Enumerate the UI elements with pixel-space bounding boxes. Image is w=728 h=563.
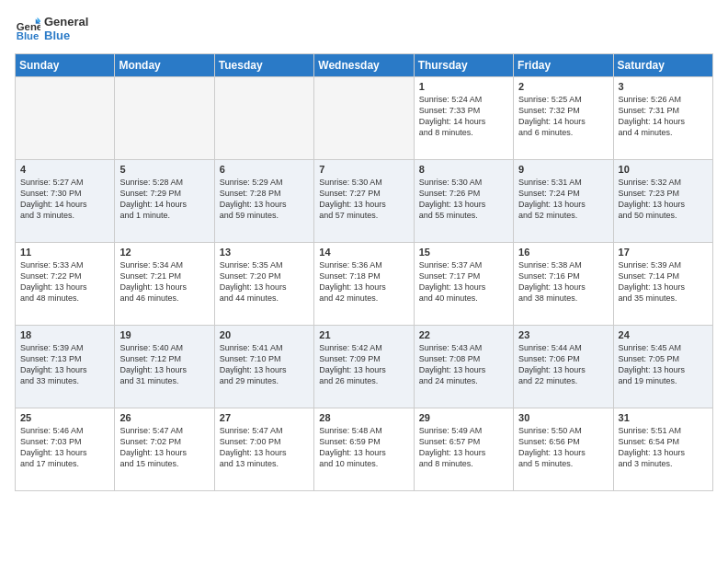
day-info: Sunrise: 5:44 AM Sunset: 7:06 PM Dayligh… (518, 342, 608, 387)
day-cell: 20Sunrise: 5:41 AM Sunset: 7:10 PM Dayli… (214, 326, 313, 408)
day-number: 24 (619, 329, 708, 340)
day-info: Sunrise: 5:39 AM Sunset: 7:14 PM Dayligh… (619, 259, 708, 304)
day-cell: 18Sunrise: 5:39 AM Sunset: 7:13 PM Dayli… (16, 326, 115, 408)
day-cell: 6Sunrise: 5:29 AM Sunset: 7:28 PM Daylig… (214, 160, 313, 243)
weekday-header-sunday: Sunday (16, 54, 115, 77)
day-number: 3 (619, 81, 708, 92)
day-number: 21 (319, 329, 408, 340)
day-number: 14 (319, 247, 408, 258)
day-cell: 10Sunrise: 5:32 AM Sunset: 7:23 PM Dayli… (613, 160, 712, 243)
day-number: 2 (518, 81, 608, 92)
day-number: 20 (220, 329, 309, 340)
day-info: Sunrise: 5:29 AM Sunset: 7:28 PM Dayligh… (220, 177, 309, 222)
calendar-table: SundayMondayTuesdayWednesdayThursdayFrid… (15, 53, 713, 491)
weekday-header-monday: Monday (115, 54, 214, 77)
day-number: 5 (119, 164, 209, 175)
day-info: Sunrise: 5:43 AM Sunset: 7:08 PM Dayligh… (419, 342, 508, 387)
day-info: Sunrise: 5:48 AM Sunset: 6:59 PM Dayligh… (319, 425, 408, 470)
day-info: Sunrise: 5:51 AM Sunset: 6:54 PM Dayligh… (619, 425, 708, 470)
day-info: Sunrise: 5:38 AM Sunset: 7:16 PM Dayligh… (518, 259, 608, 304)
day-cell: 15Sunrise: 5:37 AM Sunset: 7:17 PM Dayli… (414, 243, 513, 326)
day-cell: 30Sunrise: 5:50 AM Sunset: 6:56 PM Dayli… (514, 408, 613, 491)
week-row-5: 25Sunrise: 5:46 AM Sunset: 7:03 PM Dayli… (16, 408, 713, 491)
weekday-header-tuesday: Tuesday (214, 54, 313, 77)
day-cell: 13Sunrise: 5:35 AM Sunset: 7:20 PM Dayli… (214, 243, 313, 326)
day-cell: 29Sunrise: 5:49 AM Sunset: 6:57 PM Dayli… (414, 408, 513, 491)
day-info: Sunrise: 5:24 AM Sunset: 7:33 PM Dayligh… (419, 94, 508, 139)
day-number: 17 (619, 247, 708, 258)
day-number: 29 (419, 412, 508, 423)
weekday-header-thursday: Thursday (414, 54, 513, 77)
day-cell (16, 77, 115, 160)
day-cell: 11Sunrise: 5:33 AM Sunset: 7:22 PM Dayli… (16, 243, 115, 326)
day-number: 1 (419, 81, 508, 92)
day-cell (314, 77, 414, 160)
day-cell: 1Sunrise: 5:24 AM Sunset: 7:33 PM Daylig… (414, 77, 513, 160)
header-row: SundayMondayTuesdayWednesdayThursdayFrid… (16, 54, 713, 77)
day-info: Sunrise: 5:42 AM Sunset: 7:09 PM Dayligh… (319, 342, 408, 387)
day-number: 13 (220, 247, 309, 258)
day-info: Sunrise: 5:34 AM Sunset: 7:21 PM Dayligh… (119, 259, 209, 304)
day-number: 9 (518, 164, 608, 175)
day-number: 30 (518, 412, 608, 423)
day-cell: 25Sunrise: 5:46 AM Sunset: 7:03 PM Dayli… (16, 408, 115, 491)
day-info: Sunrise: 5:27 AM Sunset: 7:30 PM Dayligh… (20, 177, 109, 222)
day-number: 22 (419, 329, 508, 340)
day-number: 15 (419, 247, 508, 258)
day-cell: 7Sunrise: 5:30 AM Sunset: 7:27 PM Daylig… (314, 160, 414, 243)
day-number: 19 (119, 329, 209, 340)
day-info: Sunrise: 5:37 AM Sunset: 7:17 PM Dayligh… (419, 259, 508, 304)
logo-blue: Blue (44, 29, 88, 42)
svg-marker-3 (38, 17, 41, 22)
week-row-4: 18Sunrise: 5:39 AM Sunset: 7:13 PM Dayli… (16, 326, 713, 408)
day-number: 4 (20, 164, 109, 175)
day-info: Sunrise: 5:32 AM Sunset: 7:23 PM Dayligh… (619, 177, 708, 222)
day-number: 11 (20, 247, 109, 258)
day-cell (115, 77, 214, 160)
week-row-2: 4Sunrise: 5:27 AM Sunset: 7:30 PM Daylig… (16, 160, 713, 243)
day-number: 7 (319, 164, 408, 175)
day-info: Sunrise: 5:33 AM Sunset: 7:22 PM Dayligh… (20, 259, 109, 304)
day-number: 16 (518, 247, 608, 258)
day-cell: 27Sunrise: 5:47 AM Sunset: 7:00 PM Dayli… (214, 408, 313, 491)
day-cell: 19Sunrise: 5:40 AM Sunset: 7:12 PM Dayli… (115, 326, 214, 408)
day-info: Sunrise: 5:36 AM Sunset: 7:18 PM Dayligh… (319, 259, 408, 304)
day-cell: 24Sunrise: 5:45 AM Sunset: 7:05 PM Dayli… (613, 326, 712, 408)
day-cell: 14Sunrise: 5:36 AM Sunset: 7:18 PM Dayli… (314, 243, 414, 326)
day-cell: 8Sunrise: 5:30 AM Sunset: 7:26 PM Daylig… (414, 160, 513, 243)
day-number: 27 (220, 412, 309, 423)
svg-text:Blue: Blue (17, 30, 40, 41)
day-cell: 5Sunrise: 5:28 AM Sunset: 7:29 PM Daylig… (115, 160, 214, 243)
day-cell: 28Sunrise: 5:48 AM Sunset: 6:59 PM Dayli… (314, 408, 414, 491)
day-number: 23 (518, 329, 608, 340)
page-header: General Blue General Blue (15, 15, 713, 42)
day-cell (214, 77, 313, 160)
day-cell: 17Sunrise: 5:39 AM Sunset: 7:14 PM Dayli… (613, 243, 712, 326)
weekday-header-wednesday: Wednesday (314, 54, 414, 77)
day-info: Sunrise: 5:39 AM Sunset: 7:13 PM Dayligh… (20, 342, 109, 387)
day-info: Sunrise: 5:40 AM Sunset: 7:12 PM Dayligh… (119, 342, 209, 387)
day-number: 26 (119, 412, 209, 423)
day-info: Sunrise: 5:46 AM Sunset: 7:03 PM Dayligh… (20, 425, 109, 470)
day-cell: 9Sunrise: 5:31 AM Sunset: 7:24 PM Daylig… (514, 160, 613, 243)
day-number: 28 (319, 412, 408, 423)
day-info: Sunrise: 5:45 AM Sunset: 7:05 PM Dayligh… (619, 342, 708, 387)
day-info: Sunrise: 5:47 AM Sunset: 7:00 PM Dayligh… (220, 425, 309, 470)
day-info: Sunrise: 5:35 AM Sunset: 7:20 PM Dayligh… (220, 259, 309, 304)
day-number: 12 (119, 247, 209, 258)
day-cell: 31Sunrise: 5:51 AM Sunset: 6:54 PM Dayli… (613, 408, 712, 491)
day-info: Sunrise: 5:30 AM Sunset: 7:26 PM Dayligh… (419, 177, 508, 222)
day-number: 10 (619, 164, 708, 175)
day-info: Sunrise: 5:25 AM Sunset: 7:32 PM Dayligh… (518, 94, 608, 139)
day-info: Sunrise: 5:30 AM Sunset: 7:27 PM Dayligh… (319, 177, 408, 222)
day-cell: 21Sunrise: 5:42 AM Sunset: 7:09 PM Dayli… (314, 326, 414, 408)
day-info: Sunrise: 5:26 AM Sunset: 7:31 PM Dayligh… (619, 94, 708, 139)
day-cell: 4Sunrise: 5:27 AM Sunset: 7:30 PM Daylig… (16, 160, 115, 243)
logo-general: General (44, 15, 88, 29)
day-info: Sunrise: 5:28 AM Sunset: 7:29 PM Dayligh… (119, 177, 209, 222)
weekday-header-saturday: Saturday (613, 54, 712, 77)
day-cell: 26Sunrise: 5:47 AM Sunset: 7:02 PM Dayli… (115, 408, 214, 491)
day-cell: 22Sunrise: 5:43 AM Sunset: 7:08 PM Dayli… (414, 326, 513, 408)
day-number: 8 (419, 164, 508, 175)
day-number: 25 (20, 412, 109, 423)
